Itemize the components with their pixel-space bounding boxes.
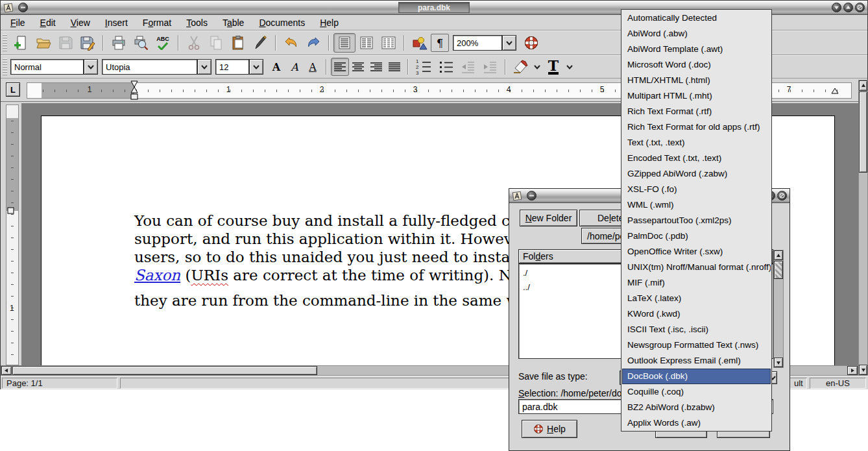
style-dropdown-arrow[interactable] [84, 59, 98, 75]
font-color-dropdown[interactable] [564, 60, 575, 74]
align-right-button[interactable] [367, 58, 385, 76]
file-type-option[interactable]: PassepartoutToo (.xml2ps) [622, 213, 771, 228]
file-type-option[interactable]: UNIX(tm) Nroff/Manual format (.nroff) [622, 260, 771, 275]
scroll-up-button[interactable] [859, 80, 867, 91]
file-type-option[interactable]: Applix Words (.aw) [622, 415, 771, 431]
file-type-option[interactable]: Multipart HTML (.mht) [622, 88, 771, 104]
spellcheck-button[interactable]: ABC [152, 33, 174, 53]
align-left-button[interactable] [331, 58, 349, 76]
font-color-button[interactable]: T [542, 57, 564, 77]
window-menu-button[interactable] [18, 3, 28, 12]
help-button[interactable]: Help [522, 420, 577, 438]
saxon-hyperlink[interactable]: Saxon [134, 267, 180, 284]
save-button[interactable] [54, 33, 77, 53]
file-type-option[interactable]: LaTeX (.latex) [622, 291, 771, 306]
decrease-indent-button[interactable] [457, 57, 479, 77]
new-document-button[interactable] [10, 33, 32, 53]
document-text[interactable]: You can of course buy and install a full… [134, 212, 549, 310]
window-menu-button[interactable] [527, 191, 536, 201]
file-type-option[interactable]: MIF (.mif) [622, 275, 771, 291]
file-type-option[interactable]: Outlook Express Email (.eml) [622, 353, 771, 369]
file-type-option[interactable]: Newsgroup Formatted Text (.nws) [622, 337, 771, 353]
scroll-down-button[interactable] [774, 358, 783, 367]
increase-indent-button[interactable] [479, 57, 501, 77]
save-as-button[interactable] [77, 33, 99, 53]
scroll-up-button[interactable] [774, 250, 783, 260]
close-button[interactable] [855, 3, 865, 12]
underline-button[interactable]: A [304, 58, 322, 76]
file-type-option[interactable]: OpenOffice Writer (.sxw) [622, 244, 771, 260]
italic-button[interactable]: A [285, 58, 304, 76]
file-type-option[interactable]: Encoded Text (.txt, .text) [622, 151, 771, 166]
bullet-list-button[interactable] [435, 57, 457, 77]
open-button[interactable] [32, 33, 54, 53]
print-preview-button[interactable] [130, 33, 152, 53]
print-button[interactable] [108, 33, 130, 53]
menu-edit[interactable]: Edit [34, 16, 62, 29]
highlight-color-button[interactable] [510, 57, 532, 77]
style-select[interactable]: Normal [10, 59, 84, 75]
format-painter-button[interactable] [249, 33, 271, 53]
vertical-scroll-thumb[interactable] [859, 91, 867, 173]
copy-button[interactable] [205, 33, 227, 53]
maximize-button[interactable] [843, 3, 853, 12]
menu-help[interactable]: Help [314, 16, 344, 29]
highlight-color-dropdown[interactable] [532, 60, 542, 74]
horizontal-scroll-thumb[interactable] [12, 366, 317, 375]
scroll-left-button[interactable] [1, 366, 12, 375]
file-type-option[interactable]: AbiWord (.abw) [622, 26, 771, 42]
file-type-option[interactable]: WML (.wml) [622, 197, 771, 213]
insert-image-button[interactable] [409, 33, 431, 53]
language-indicator[interactable]: en-US [810, 378, 866, 389]
redo-button[interactable] [302, 33, 324, 53]
minimize-button[interactable] [832, 3, 841, 12]
file-type-option[interactable]: Automatically Detected [622, 10, 771, 26]
file-type-option[interactable]: AbiWord Template (.awt) [622, 42, 771, 57]
menu-insert[interactable]: Insert [99, 16, 134, 29]
menu-documents[interactable]: Documents [253, 16, 311, 29]
help-button[interactable] [520, 33, 542, 53]
folders-scrollbar[interactable] [773, 250, 784, 368]
close-button[interactable] [777, 191, 787, 201]
undo-button[interactable] [280, 33, 302, 53]
file-type-option[interactable]: ISCII Text (.isc, .iscii) [622, 322, 771, 337]
one-column-button[interactable] [333, 33, 356, 53]
vertical-ruler[interactable]: 1 [6, 104, 19, 365]
paste-button[interactable] [227, 33, 249, 53]
file-type-option[interactable]: BZ2 AbiWord (.bzabw) [622, 400, 771, 415]
file-type-option[interactable]: XSL-FO (.fo) [622, 182, 771, 197]
font-dropdown-arrow[interactable] [197, 59, 211, 75]
menu-view[interactable]: View [65, 16, 96, 29]
zoom-dropdown-arrow[interactable] [502, 35, 516, 51]
cut-button[interactable] [183, 33, 205, 53]
file-type-option[interactable]: HTML/XHTML (.html) [622, 73, 771, 88]
menu-file[interactable]: File [5, 16, 31, 29]
file-type-option[interactable]: GZipped AbiWord (.zabw) [622, 166, 771, 182]
tab-selector-button[interactable]: L [6, 82, 20, 97]
scroll-down-button[interactable] [859, 365, 867, 375]
toolbar-grip[interactable] [3, 34, 7, 51]
indent-marker[interactable] [130, 80, 139, 101]
menu-format[interactable]: Format [137, 16, 177, 29]
scroll-right-button[interactable] [847, 366, 858, 375]
align-justify-button[interactable] [385, 58, 404, 76]
zoom-input[interactable]: 200% [453, 35, 502, 51]
menu-table[interactable]: Table [217, 16, 250, 29]
show-paragraphs-button[interactable]: ¶ [431, 34, 449, 52]
file-type-option[interactable]: Coquille (.coq) [622, 384, 771, 400]
file-type-option[interactable]: KWord (.kwd) [622, 306, 771, 322]
file-type-option[interactable]: Rich Text Format for old apps (.rtf) [622, 119, 771, 135]
two-columns-button[interactable] [356, 33, 378, 53]
font-select[interactable]: Utopia [102, 59, 197, 75]
file-type-option[interactable]: Microsoft Word (.doc) [622, 57, 771, 73]
new-folder-button[interactable]: New Folder [520, 210, 577, 226]
three-columns-button[interactable] [378, 33, 400, 53]
file-type-option[interactable]: Rich Text Format (.rtf) [622, 104, 771, 119]
toolbar-grip[interactable] [3, 58, 7, 75]
margin-marker[interactable] [7, 207, 14, 214]
vertical-scrollbar[interactable] [858, 80, 868, 376]
right-indent-marker[interactable] [830, 87, 839, 95]
file-type-option-selected[interactable]: DocBook (.dbk) [622, 369, 771, 384]
align-center-button[interactable] [349, 58, 367, 76]
font-size-dropdown-arrow[interactable] [249, 59, 263, 75]
